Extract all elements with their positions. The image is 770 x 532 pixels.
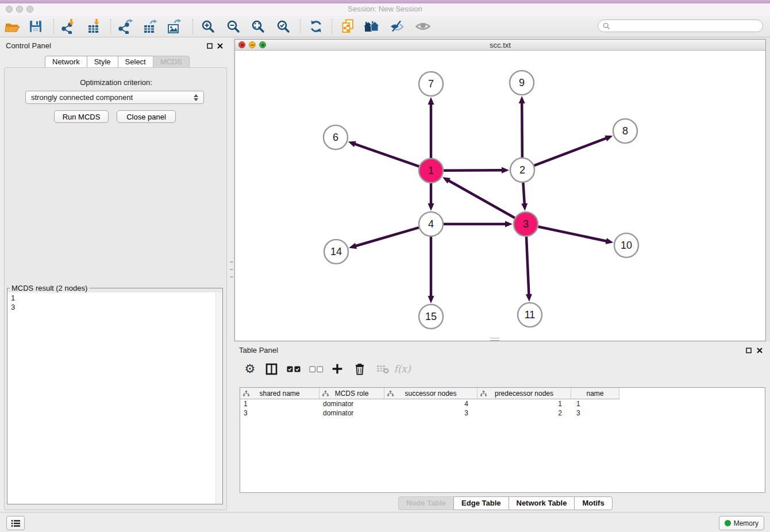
mcds-result-list-area[interactable]: 13: [7, 292, 222, 504]
tab-node-table[interactable]: Node Table: [398, 496, 454, 510]
graph-node-10[interactable]: 10: [614, 233, 638, 257]
network-window-titlebar[interactable]: scc.txt: [235, 40, 765, 51]
node-table: shared nameMCDS rolesuccessor nodesprede…: [240, 387, 765, 493]
column-header[interactable]: name: [571, 388, 619, 399]
duplicate-network-button[interactable]: [338, 17, 357, 36]
graph-node-4[interactable]: 4: [419, 212, 443, 236]
app-title: Session: New Session: [0, 5, 770, 13]
graph-edge-2-3[interactable]: [523, 183, 524, 205]
table-cell[interactable]: 4: [384, 400, 478, 408]
memory-button[interactable]: Memory: [719, 516, 764, 530]
save-session-button[interactable]: [26, 17, 45, 36]
export-image-button[interactable]: [164, 17, 184, 36]
column-header[interactable]: shared name: [240, 388, 319, 399]
table-cell[interactable]: 1: [571, 400, 619, 408]
export-network-button[interactable]: [116, 17, 136, 36]
select-all-columns-button[interactable]: [285, 359, 302, 379]
import-table-button[interactable]: [84, 17, 104, 36]
graph-edge-2-9[interactable]: [522, 102, 522, 157]
table-cell[interactable]: 1: [478, 400, 571, 408]
table-settings-button[interactable]: ⚙: [241, 359, 259, 379]
run-mcds-button[interactable]: Run MCDS: [54, 110, 109, 123]
table-cell[interactable]: 1: [240, 400, 319, 408]
table-panel-float-button[interactable]: [745, 347, 752, 353]
table-cell[interactable]: dominator: [319, 400, 384, 408]
delete-column-button[interactable]: [351, 359, 368, 379]
zoom-out-button[interactable]: [224, 17, 243, 36]
tab-network[interactable]: Network: [45, 56, 87, 68]
graph-edge-2-8[interactable]: [534, 138, 607, 165]
result-scrollbar[interactable]: [215, 292, 222, 504]
column-header[interactable]: MCDS role: [319, 388, 384, 399]
zoom-out-icon: [226, 19, 241, 34]
close-panel-button[interactable]: Close panel: [117, 110, 176, 123]
graph-edge-1-2[interactable]: [444, 170, 503, 171]
graph-node-9[interactable]: 9: [510, 71, 534, 95]
delete-table-button[interactable]: [374, 359, 391, 379]
tab-edge-table[interactable]: Edge Table: [453, 496, 509, 510]
graph-node-14[interactable]: 14: [324, 240, 348, 264]
mcds-result-item: 3: [11, 303, 15, 312]
import-network-button[interactable]: [59, 17, 79, 36]
zoom-fit-button[interactable]: [248, 17, 268, 36]
table-cell[interactable]: dominator: [319, 409, 384, 417]
column-layout-button[interactable]: [263, 359, 280, 379]
search-field[interactable]: [598, 20, 763, 32]
node-table-header: shared nameMCDS rolesuccessor nodesprede…: [240, 388, 765, 399]
fx-icon: f(x): [394, 363, 410, 375]
plus-icon: [332, 363, 343, 375]
graph-edge-3-10[interactable]: [538, 227, 607, 241]
graph-edge-1-6[interactable]: [354, 144, 419, 167]
graph-node-3[interactable]: 3: [514, 212, 538, 236]
table-row[interactable]: 1dominator411: [240, 399, 765, 408]
column-header-label: predecessor nodes: [495, 390, 553, 398]
graph-node-2[interactable]: 2: [510, 158, 534, 182]
tab-motifs[interactable]: Motifs: [574, 496, 612, 510]
graph-edge-4-14[interactable]: [355, 228, 419, 246]
graph-node-1[interactable]: 1: [419, 159, 443, 183]
table-cell[interactable]: 3: [571, 409, 619, 417]
search-input[interactable]: [613, 21, 763, 30]
export-table-button[interactable]: [140, 17, 160, 36]
home-button[interactable]: [362, 17, 382, 36]
tab-style[interactable]: Style: [87, 56, 118, 68]
function-builder-button[interactable]: f(x): [394, 359, 411, 379]
table-panel-close-button[interactable]: [756, 347, 763, 353]
tab-mcds[interactable]: MCDS: [153, 56, 190, 68]
table-row[interactable]: 3dominator323: [240, 408, 765, 418]
zoom-selected-button[interactable]: [274, 17, 293, 36]
table-cell[interactable]: 3: [240, 409, 319, 417]
vertical-splitter-grip[interactable]: [230, 261, 233, 277]
float-window-icon: [207, 43, 213, 49]
graph-node-6[interactable]: 6: [324, 125, 348, 149]
open-file-button[interactable]: [3, 17, 22, 36]
table-cell[interactable]: 3: [384, 409, 478, 417]
create-column-button[interactable]: [329, 359, 346, 379]
deselect-all-columns-button[interactable]: [307, 359, 325, 379]
tab-select[interactable]: Select: [118, 56, 153, 68]
show-graphics-details-button[interactable]: [413, 17, 433, 36]
network-canvas[interactable]: 7968124314101511: [235, 51, 765, 341]
control-panel-close-button[interactable]: [217, 43, 223, 49]
graph-edge-arrowhead: [505, 221, 513, 228]
optimization-criterion-label: Optimization criterion:: [0, 78, 232, 87]
column-header[interactable]: successor nodes: [384, 388, 478, 399]
horizontal-splitter-grip[interactable]: [490, 338, 499, 341]
svg-text:10: 10: [621, 240, 632, 251]
tab-network-table[interactable]: Network Table: [509, 496, 575, 510]
column-header[interactable]: predecessor nodes: [478, 388, 571, 399]
hide-graphics-details-button[interactable]: [387, 17, 407, 36]
task-history-button[interactable]: [6, 516, 25, 530]
apply-layout-button[interactable]: [306, 17, 326, 36]
toolbar-separator: [300, 19, 301, 34]
graph-edge-3-11[interactable]: [526, 237, 529, 295]
graph-node-11[interactable]: 11: [518, 303, 542, 327]
control-panel-float-button[interactable]: [206, 43, 213, 49]
graph-node-7[interactable]: 7: [419, 72, 443, 96]
graph-edge-3-1[interactable]: [448, 180, 515, 218]
graph-node-8[interactable]: 8: [613, 119, 637, 143]
graph-node-15[interactable]: 15: [419, 304, 443, 329]
criterion-select[interactable]: strongly connected component: [25, 91, 204, 104]
zoom-in-button[interactable]: [198, 17, 218, 36]
table-cell[interactable]: 2: [478, 409, 571, 417]
